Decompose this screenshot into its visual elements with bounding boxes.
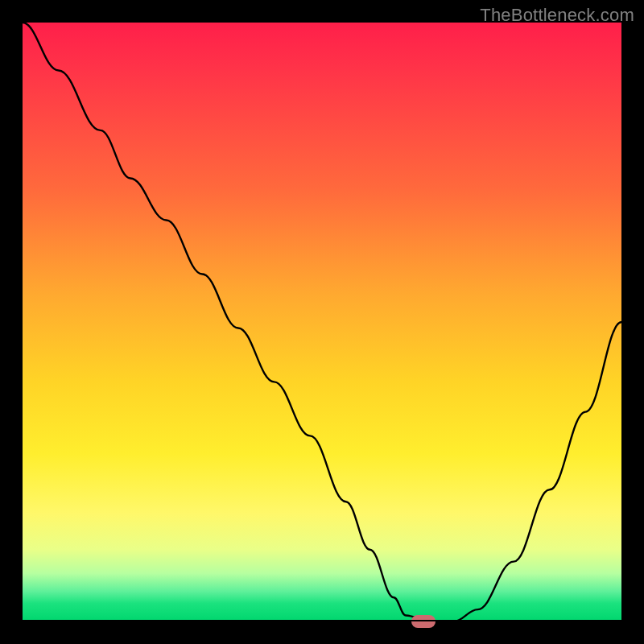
chart-frame: TheBottleneck.com xyxy=(0,0,644,644)
x-axis-baseline xyxy=(23,620,621,622)
bottleneck-curve xyxy=(23,23,621,621)
watermark-label: TheBottleneck.com xyxy=(480,5,634,26)
curve-path xyxy=(23,23,621,621)
optimal-point-marker xyxy=(411,615,436,628)
plot-area xyxy=(23,23,621,621)
